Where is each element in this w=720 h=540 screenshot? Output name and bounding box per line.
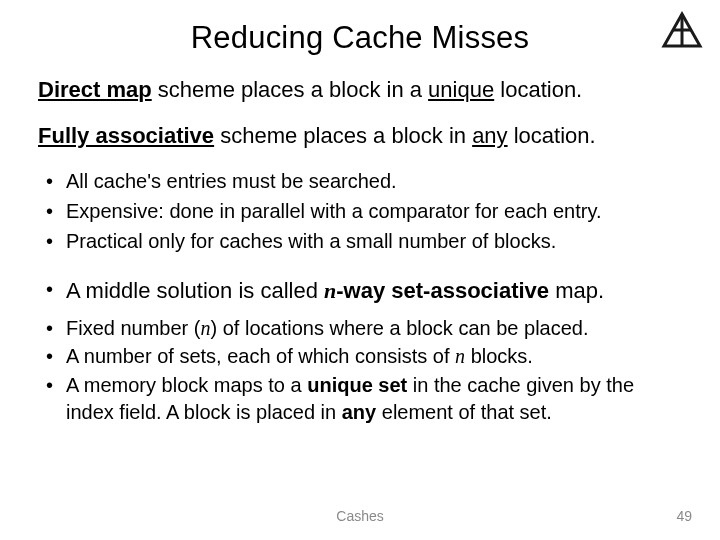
n-variable: n bbox=[201, 317, 211, 339]
set-associative-bullets: Fixed number (n) of locations where a bl… bbox=[38, 315, 682, 427]
list-item: A number of sets, each of which consists… bbox=[38, 343, 682, 371]
text: location. bbox=[508, 123, 596, 148]
text: ) of locations where a block can be plac… bbox=[211, 317, 589, 339]
list-item: Practical only for caches with a small n… bbox=[38, 227, 682, 255]
list-item: A memory block maps to a unique set in t… bbox=[38, 372, 682, 427]
any-term: any bbox=[472, 123, 507, 148]
slide-title: Reducing Cache Misses bbox=[38, 20, 682, 56]
text: blocks. bbox=[465, 345, 533, 367]
fully-associative-bullets: All cache's entries must be searched. Ex… bbox=[38, 167, 682, 255]
unique-term: unique bbox=[428, 77, 494, 102]
n-variable: n bbox=[324, 278, 336, 303]
unique-set-term: unique set bbox=[307, 374, 407, 396]
middle-solution-paragraph: A middle solution is called n-way set-as… bbox=[38, 277, 682, 305]
text: element of that set. bbox=[376, 401, 552, 423]
set-associative-term: -way set-associative bbox=[336, 278, 549, 303]
fully-associative-term: Fully associative bbox=[38, 123, 214, 148]
text: map. bbox=[549, 278, 604, 303]
footer-label: Cashes bbox=[0, 508, 720, 524]
slide: Reducing Cache Misses Direct map scheme … bbox=[0, 0, 720, 540]
any-term: any bbox=[342, 401, 376, 423]
direct-map-paragraph: Direct map scheme places a block in a un… bbox=[38, 76, 682, 104]
text: A number of sets, each of which consists… bbox=[66, 345, 455, 367]
text: scheme places a block in bbox=[214, 123, 472, 148]
text: location. bbox=[494, 77, 582, 102]
list-item: All cache's entries must be searched. bbox=[38, 167, 682, 195]
list-item: Expensive: done in parallel with a compa… bbox=[38, 197, 682, 225]
fully-associative-paragraph: Fully associative scheme places a block … bbox=[38, 122, 682, 150]
text: A middle solution is called bbox=[66, 278, 324, 303]
page-number: 49 bbox=[676, 508, 692, 524]
list-item: Fixed number (n) of locations where a bl… bbox=[38, 315, 682, 343]
text: A memory block maps to a bbox=[66, 374, 307, 396]
technion-logo bbox=[660, 10, 704, 54]
text: Fixed number ( bbox=[66, 317, 201, 339]
direct-map-term: Direct map bbox=[38, 77, 152, 102]
n-variable: n bbox=[455, 345, 465, 367]
text: scheme places a block in a bbox=[152, 77, 428, 102]
